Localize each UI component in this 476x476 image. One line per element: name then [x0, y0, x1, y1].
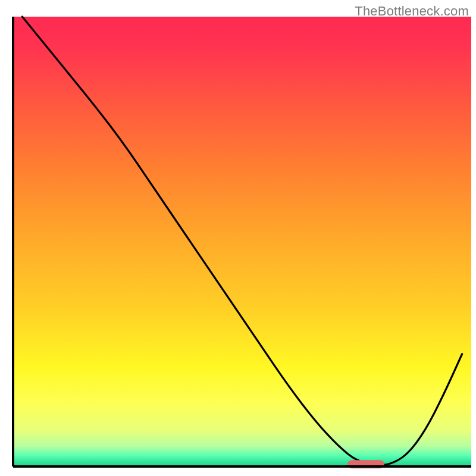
bottleneck-chart: [0, 0, 476, 476]
chart-background: [13, 17, 471, 466]
watermark-label: TheBottleneck.com: [355, 4, 469, 19]
